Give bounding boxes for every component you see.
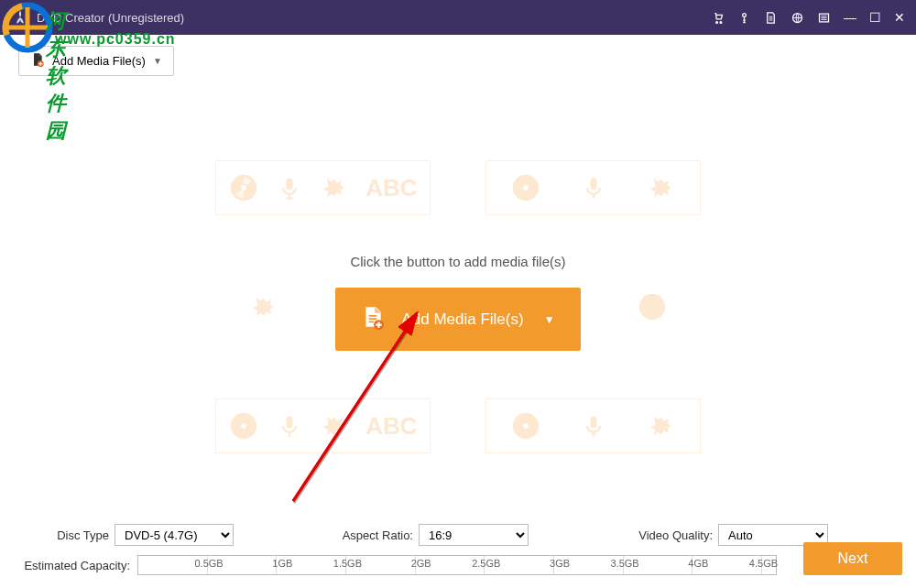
key-icon[interactable]: [737, 11, 751, 25]
aspect-ratio-select[interactable]: 16:9: [419, 524, 529, 546]
minimize-button[interactable]: —: [844, 10, 856, 25]
window-title: DVD Creator (Unregistered): [37, 11, 711, 25]
file-add-icon: [361, 304, 385, 334]
svg-rect-9: [591, 179, 597, 191]
svg-point-12: [241, 423, 246, 429]
file-icon[interactable]: [764, 11, 778, 25]
capacity-tick: 3GB: [485, 556, 554, 574]
capacity-tick: 4GB: [624, 556, 693, 574]
center-box: Click the button to add media file(s) Ad…: [335, 254, 580, 351]
svg-point-5: [241, 185, 246, 191]
file-add-icon: [30, 52, 45, 70]
placeholder-card: ABC: [215, 160, 431, 215]
svg-point-10: [639, 294, 665, 320]
caret-down-icon: ▼: [153, 56, 162, 66]
aspect-ratio-label: Aspect Ratio:: [331, 528, 413, 542]
add-media-button-small[interactable]: Add Media File(s) ▼: [18, 46, 174, 76]
svg-point-15: [523, 423, 529, 429]
caret-down-icon: ▼: [544, 313, 555, 326]
titlebar: DVD Creator (Unregistered) — ☐ ✕: [0, 0, 916, 35]
capacity-tick: 1.5GB: [277, 556, 346, 574]
titlebar-icons: — ☐ ✕: [711, 10, 905, 25]
maximize-button[interactable]: ☐: [869, 10, 881, 25]
cart-icon[interactable]: [711, 11, 725, 25]
svg-point-0: [743, 13, 747, 16]
close-button[interactable]: ✕: [894, 10, 905, 25]
toolbar: Add Media File(s) ▼: [0, 35, 916, 87]
disc-type-label: Disc Type: [13, 528, 109, 542]
placeholder-card: [485, 160, 701, 215]
capacity-tick: 0.5GB: [138, 556, 208, 574]
app-logo-icon: [11, 8, 29, 27]
add-media-large-label: Add Media File(s): [401, 310, 523, 329]
globe-icon[interactable]: [791, 11, 804, 25]
capacity-tick: 2.5GB: [416, 556, 485, 574]
add-media-button-large[interactable]: Add Media File(s) ▼: [335, 288, 580, 351]
capacity-tick: 3.5GB: [554, 556, 624, 574]
capacity-tick: 1GB: [208, 556, 278, 574]
disc-type-select[interactable]: DVD-5 (4.7G): [114, 524, 234, 546]
capacity-tick: 2GB: [346, 556, 416, 574]
main-area: ABC ABC ABC ABC: [0, 87, 916, 517]
video-quality-label: Video Quality:: [626, 528, 713, 542]
hint-text: Click the button to add media file(s): [335, 254, 580, 269]
capacity-bar: 0.5GB1GB1.5GB2GB2.5GB3GB3.5GB4GB4.5GB: [137, 555, 777, 575]
placeholder-card: [485, 398, 701, 453]
placeholder-card: ABC: [215, 398, 431, 453]
capacity-tick: 4.5GB: [692, 556, 762, 574]
add-media-small-label: Add Media File(s): [52, 54, 146, 68]
bottom-bar: Disc Type DVD-5 (4.7G) Aspect Ratio: 16:…: [0, 515, 916, 588]
svg-rect-6: [286, 179, 292, 191]
svg-point-8: [523, 185, 529, 191]
estimated-capacity-label: Estimated Capacity:: [13, 559, 130, 572]
menu-icon[interactable]: [817, 11, 831, 25]
next-button[interactable]: Next: [803, 542, 902, 575]
svg-rect-16: [591, 417, 597, 429]
svg-rect-13: [286, 417, 292, 429]
